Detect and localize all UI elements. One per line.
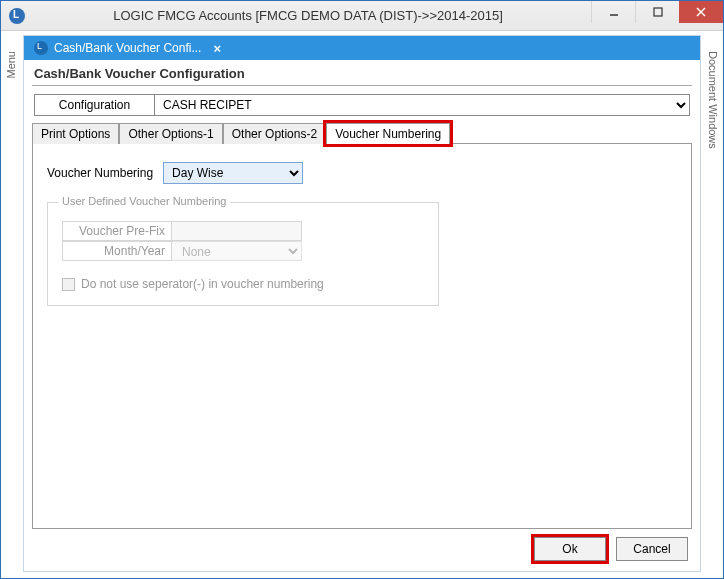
configuration-label: Configuration [34,94,154,116]
voucher-prefix-input [172,221,302,241]
main-panel: Cash/Bank Voucher Confi... × Cash/Bank V… [23,35,701,572]
maximize-button[interactable] [635,1,679,23]
voucher-prefix-label: Voucher Pre-Fix [62,221,172,241]
window-controls [591,1,723,30]
tab-content-voucher-numbering: Voucher Numbering Day Wise User Defined … [32,143,692,529]
subtab-other-options-1[interactable]: Other Options-1 [119,123,222,144]
voucher-numbering-label: Voucher Numbering [47,166,153,180]
inner-tab-label: Cash/Bank Voucher Confi... [54,41,201,55]
inner-tab-strip: Cash/Bank Voucher Confi... × [24,36,700,60]
configuration-select[interactable]: CASH RECIPET [154,94,690,116]
close-icon [696,7,706,17]
close-button[interactable] [679,1,723,23]
minimize-button[interactable] [591,1,635,23]
right-side-tab-label: Document Windows [707,51,719,149]
separator-checkbox [62,278,75,291]
svg-rect-1 [654,8,662,16]
inner-tab-close-icon[interactable]: × [213,41,221,56]
window-title: LOGIC FMCG Accounts [FMCG DEMO DATA (DIS… [25,8,591,23]
app-icon [9,8,25,24]
separator-checkbox-label: Do not use seperator(-) in voucher numbe… [81,277,324,291]
dialog-footer: Ok Cancel [24,529,700,571]
inner-tab-voucher-config[interactable]: Cash/Bank Voucher Confi... × [24,36,231,60]
cancel-button[interactable]: Cancel [616,537,688,561]
separator-checkbox-row: Do not use seperator(-) in voucher numbe… [62,277,424,291]
user-defined-voucher-numbering-group: User Defined Voucher Numbering Voucher P… [47,202,439,306]
subtab-row: Print Options Other Options-1 Other Opti… [32,122,692,143]
subtab-voucher-numbering[interactable]: Voucher Numbering [326,123,450,144]
left-side-tab-label: Menu [5,51,17,79]
minimize-icon [609,7,619,17]
voucher-numbering-row: Voucher Numbering Day Wise [47,162,677,184]
month-year-select: None [172,241,302,261]
maximize-icon [653,7,663,17]
configuration-row: Configuration CASH RECIPET [34,94,690,116]
subtab-other-options-2[interactable]: Other Options-2 [223,123,326,144]
divider [32,85,692,86]
page-title: Cash/Bank Voucher Configuration [24,60,700,85]
month-year-label: Month/Year [62,241,172,261]
ok-button[interactable]: Ok [534,537,606,561]
group-legend: User Defined Voucher Numbering [58,195,230,207]
subtab-print-options[interactable]: Print Options [32,123,119,144]
titlebar: LOGIC FMCG Accounts [FMCG DEMO DATA (DIS… [1,1,723,31]
tab-app-icon [34,41,48,55]
voucher-numbering-select[interactable]: Day Wise [163,162,303,184]
left-side-tab[interactable]: Menu [1,31,21,578]
app-window: LOGIC FMCG Accounts [FMCG DEMO DATA (DIS… [0,0,724,579]
right-side-tab[interactable]: Document Windows [703,31,723,578]
